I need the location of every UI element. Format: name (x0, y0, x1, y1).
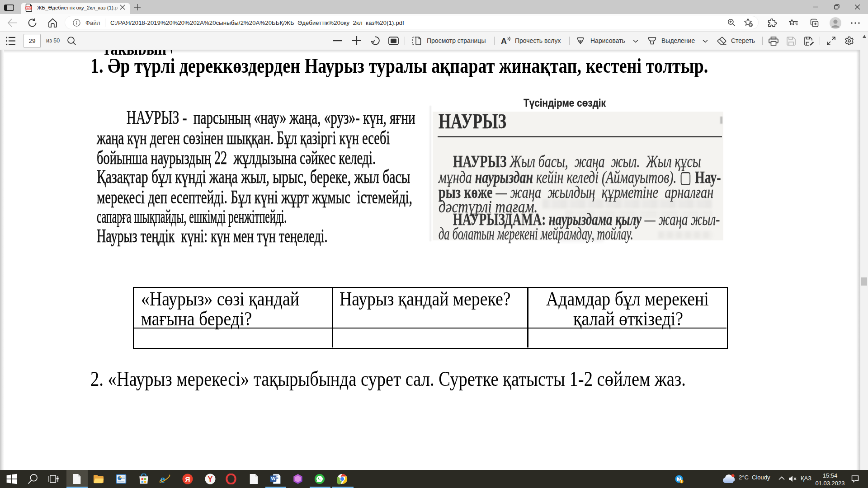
svg-text:Я: Я (185, 475, 190, 483)
svg-text:Y: Y (208, 475, 213, 483)
svg-text:e: e (160, 474, 165, 484)
svg-text:!: ! (681, 479, 682, 483)
svg-text:W: W (271, 476, 275, 481)
